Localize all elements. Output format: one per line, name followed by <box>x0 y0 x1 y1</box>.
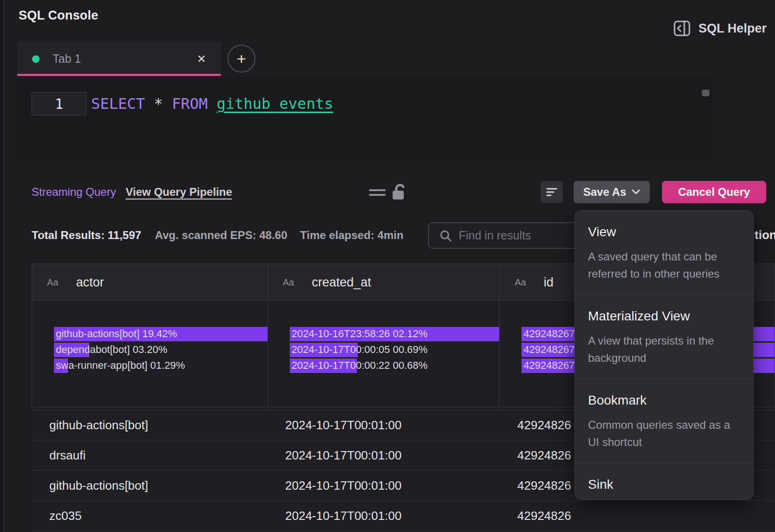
clipped-button-fragment: tions <box>755 228 775 242</box>
table-name-link[interactable]: github_events <box>217 95 333 113</box>
format-sql-button[interactable] <box>541 181 563 203</box>
streaming-status-dot <box>32 55 40 63</box>
sql-helper-toggle[interactable]: SQL Helper <box>673 20 767 37</box>
tab-label: Tab 1 <box>53 52 81 66</box>
active-tab-indicator <box>17 74 221 76</box>
star-token: * <box>145 95 172 113</box>
equals-icon[interactable] <box>369 188 386 197</box>
table-row[interactable]: zc035 2024-10-17T00:01:00 42924826 <box>32 501 775 531</box>
chevron-down-icon <box>632 189 640 195</box>
sql-helper-label: SQL Helper <box>698 21 767 36</box>
search-input[interactable] <box>459 229 570 242</box>
cancel-query-button[interactable]: Cancel Query <box>662 181 766 203</box>
save-as-label: Save As <box>583 186 627 199</box>
avg-scanned-eps: Avg. scanned EPS: 48.60 <box>155 229 287 242</box>
sql-console-screen: SQL Console SQL Helper Tab 1 ✕ + 1 SELEC… <box>0 0 775 532</box>
streaming-query-label[interactable]: Streaming Query <box>32 186 116 199</box>
unlock-icon[interactable] <box>391 183 408 201</box>
string-type-icon: Aa <box>47 277 58 288</box>
string-type-icon: Aa <box>283 277 294 288</box>
menu-item-materialized-view[interactable]: Materialized View A view that persists i… <box>575 294 753 379</box>
actor-histogram-cell: github-actions[bot] 19.42% dependabot[bo… <box>32 301 268 407</box>
keyword-from: FROM <box>172 95 216 113</box>
plus-icon: + <box>237 50 246 68</box>
column-header-actor[interactable]: Aa actor <box>32 264 268 300</box>
find-in-results-search[interactable] <box>428 222 592 249</box>
menu-item-sink[interactable]: Sink Send real-time insights or alerts t… <box>575 463 753 500</box>
save-as-dropdown-menu: View A saved query that can be referred … <box>575 210 754 500</box>
keyword-select: SELECT <box>91 95 145 113</box>
panel-left-edge <box>0 0 4 532</box>
editor-scrollbar[interactable] <box>702 90 709 158</box>
column-header-created-at[interactable]: Aa created_at <box>268 264 500 300</box>
created-at-histogram-cell: 2024-10-16T23:58:26 02.12% 2024-10-17T00… <box>268 301 500 407</box>
query-toolbar: Streaming Query View Query Pipeline <box>0 180 775 204</box>
sidebar-collapse-icon <box>673 20 691 37</box>
tab-close-icon[interactable]: ✕ <box>197 53 206 66</box>
sql-editor[interactable]: 1 SELECT * FROM github_events <box>17 78 712 160</box>
search-icon <box>439 229 452 242</box>
sql-code: SELECT * FROM github_events <box>91 95 333 113</box>
save-as-button[interactable]: Save As <box>574 181 650 203</box>
total-results: Total Results: 11,597 <box>32 229 141 242</box>
page-title: SQL Console <box>19 8 98 23</box>
filter-lines-icon <box>546 187 558 197</box>
string-type-icon: Aa <box>514 277 526 288</box>
view-query-pipeline-link[interactable]: View Query Pipeline <box>126 186 232 199</box>
cancel-query-label: Cancel Query <box>678 186 750 199</box>
menu-item-view[interactable]: View A saved query that can be referred … <box>575 211 753 294</box>
editor-line-1: 1 SELECT * FROM github_events <box>32 92 333 115</box>
menu-item-bookmark[interactable]: Bookmark Common queries saved as a UI sh… <box>575 379 753 463</box>
editor-scrollbar-thumb[interactable] <box>702 90 709 96</box>
tab-1[interactable]: Tab 1 ✕ <box>17 42 221 76</box>
line-number: 1 <box>32 92 87 115</box>
time-elapsed: Time elapsed: 4min <box>300 229 403 242</box>
add-tab-button[interactable]: + <box>227 45 255 73</box>
